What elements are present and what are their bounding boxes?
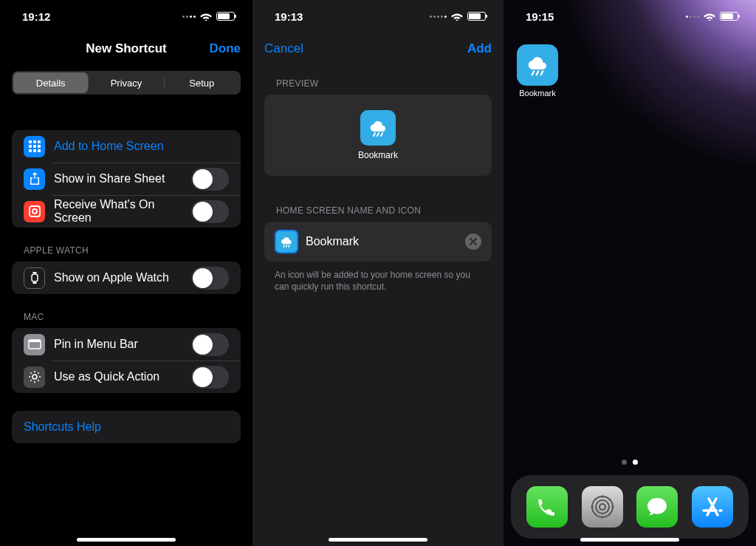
svg-line-20 <box>284 245 284 248</box>
svg-rect-11 <box>32 274 38 281</box>
share-sheet-row[interactable]: Show in Share Sheet <box>12 163 241 195</box>
tab-details[interactable]: Details <box>13 72 88 93</box>
segmented-control[interactable]: Details Privacy Setup <box>12 71 241 95</box>
add-home-row[interactable]: Add to Home Screen <box>12 130 241 163</box>
svg-rect-15 <box>29 340 41 342</box>
status-time: 19:13 <box>275 10 303 23</box>
home-grid-icon <box>24 136 45 157</box>
svg-rect-7 <box>33 149 36 152</box>
wifi-icon <box>200 12 212 21</box>
preview-label: Bookmark <box>358 150 398 160</box>
receive-icon <box>24 201 45 222</box>
add-home-label: Add to Home Screen <box>54 140 229 153</box>
svg-rect-12 <box>32 272 36 273</box>
svg-line-38 <box>707 499 716 515</box>
name-input[interactable] <box>306 235 465 248</box>
cellular-icon <box>430 16 447 18</box>
svg-rect-2 <box>38 140 41 143</box>
menubar-icon <box>24 334 45 355</box>
quick-action-label: Use as Quick Action <box>54 370 191 383</box>
svg-rect-8 <box>38 149 41 152</box>
home-indicator[interactable] <box>580 538 679 542</box>
status-bar: 19:12 <box>0 0 252 33</box>
svg-line-21 <box>286 245 286 248</box>
add-button[interactable]: Add <box>467 41 492 56</box>
svg-rect-3 <box>29 145 32 148</box>
preview-card: Bookmark <box>264 95 492 176</box>
cancel-button[interactable]: Cancel <box>264 41 303 56</box>
nav-bar: Cancel Add <box>252 33 504 65</box>
svg-line-37 <box>709 499 718 515</box>
status-bar: 19:15 <box>504 0 756 33</box>
battery-icon <box>720 12 738 21</box>
name-row[interactable] <box>264 222 492 262</box>
svg-rect-9 <box>30 206 40 216</box>
svg-point-10 <box>32 209 37 214</box>
receive-toggle[interactable] <box>191 200 229 223</box>
wifi-icon <box>451 12 463 21</box>
svg-rect-13 <box>32 282 36 284</box>
help-row[interactable]: Shortcuts Help <box>12 411 241 443</box>
battery-icon <box>216 12 235 21</box>
home-app-bookmark[interactable]: Bookmark <box>517 44 558 98</box>
page-indicator[interactable] <box>504 460 756 465</box>
share-sheet-toggle[interactable] <box>191 168 229 191</box>
done-button[interactable]: Done <box>210 41 241 56</box>
svg-rect-0 <box>29 140 32 143</box>
svg-line-22 <box>289 245 289 248</box>
settings-app[interactable] <box>582 486 623 528</box>
nav-bar: New Shortcut Done <box>0 33 252 65</box>
receive-row[interactable]: Receive What's On Screen <box>12 195 241 228</box>
pin-menu-toggle[interactable] <box>191 333 229 356</box>
bookmark-app-icon <box>517 44 558 86</box>
page-dot <box>622 460 627 465</box>
help-label: Shortcuts Help <box>24 420 229 434</box>
svg-point-16 <box>32 375 37 379</box>
messages-app[interactable] <box>636 486 678 528</box>
watch-toggle[interactable] <box>191 267 229 290</box>
watch-icon <box>24 267 45 289</box>
quick-action-toggle[interactable] <box>191 366 229 389</box>
dock <box>511 475 749 539</box>
tab-privacy[interactable]: Privacy <box>89 72 163 93</box>
svg-line-24 <box>537 71 538 75</box>
status-time: 19:15 <box>526 10 554 23</box>
gear-icon <box>24 366 45 388</box>
pin-menu-row[interactable]: Pin in Menu Bar <box>12 328 241 361</box>
cellular-icon <box>182 16 196 18</box>
svg-line-23 <box>532 71 534 75</box>
status-time: 19:12 <box>22 10 50 23</box>
svg-line-18 <box>377 133 379 136</box>
tab-setup[interactable]: Setup <box>165 72 239 93</box>
quick-action-row[interactable]: Use as Quick Action <box>12 361 241 393</box>
watch-row[interactable]: Show on Apple Watch <box>12 262 241 294</box>
watch-header: Apple Watch <box>0 228 252 262</box>
svg-rect-5 <box>38 145 41 148</box>
mac-header: Mac <box>0 294 252 328</box>
share-icon <box>24 168 45 190</box>
bookmark-app-label: Bookmark <box>519 89 556 98</box>
home-indicator[interactable] <box>329 538 427 542</box>
share-sheet-label: Show in Share Sheet <box>54 172 191 185</box>
home-indicator[interactable] <box>77 538 176 542</box>
svg-point-28 <box>599 504 605 510</box>
watch-label: Show on Apple Watch <box>54 271 191 284</box>
svg-line-25 <box>541 71 543 75</box>
svg-rect-4 <box>33 145 36 148</box>
svg-point-27 <box>596 500 609 513</box>
svg-line-17 <box>374 133 375 136</box>
name-icon-picker[interactable] <box>275 230 298 253</box>
name-header: Home Screen Name and Icon <box>252 176 504 222</box>
footer-text: An icon will be added to your home scree… <box>252 262 504 293</box>
pin-menu-label: Pin in Menu Bar <box>54 338 191 351</box>
svg-line-19 <box>381 133 382 136</box>
battery-icon <box>467 12 486 21</box>
phone-app[interactable] <box>526 486 568 528</box>
receive-label: Receive What's On Screen <box>54 198 191 225</box>
wifi-icon <box>704 12 715 21</box>
page-dot-active <box>633 460 638 465</box>
status-bar: 19:13 <box>252 0 504 33</box>
appstore-app[interactable] <box>692 486 733 528</box>
cellular-icon <box>686 16 699 18</box>
clear-button[interactable] <box>465 233 481 250</box>
